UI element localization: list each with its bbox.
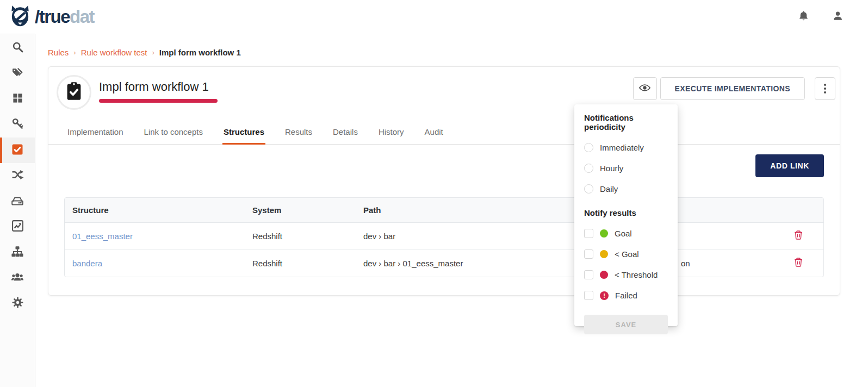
user-menu-button[interactable] [832, 10, 844, 24]
tab-history[interactable]: History [377, 123, 405, 145]
notify-results-title: Notify results [584, 208, 668, 217]
option-label: Hourly [600, 164, 623, 173]
structure-link[interactable]: 01_eess_master [72, 232, 133, 241]
exclamation-circle-icon: ! [600, 291, 609, 300]
tab-bar: Implementation Link to concepts Structur… [48, 123, 840, 145]
sidebar-item-search[interactable] [0, 35, 35, 61]
page-title: Impl form workflow 1 [99, 80, 218, 94]
checkbox-failed[interactable] [584, 291, 593, 300]
tags-icon [11, 66, 24, 81]
column-header-structure: Structure [65, 198, 245, 222]
delete-link-button[interactable] [792, 229, 804, 243]
notify-option-goal[interactable]: Goal [584, 229, 668, 238]
sidebar-item-taxonomy[interactable] [0, 240, 35, 265]
notifications-bell-button[interactable] [797, 10, 810, 24]
sidebar-item-lineage[interactable] [0, 163, 35, 189]
structure-link[interactable]: bandera [72, 259, 102, 268]
search-icon [11, 41, 24, 55]
save-button[interactable]: SAVE [584, 315, 668, 334]
delete-link-button[interactable] [792, 256, 804, 270]
wordmark: /truedat [35, 7, 94, 27]
structures-table: Structure System Path 01_eess_master Red… [64, 197, 824, 277]
breadcrumb-separator: › [152, 48, 154, 57]
tab-implementation[interactable]: Implementation [66, 123, 125, 145]
notifications-popup: Notifications periodicity Immediately Ho… [574, 104, 678, 326]
tab-structures[interactable]: Structures [222, 123, 265, 145]
tab-details[interactable]: Details [332, 123, 359, 145]
trash-icon [793, 234, 803, 242]
breadcrumb-link-rules[interactable]: Rules [48, 48, 69, 57]
radio-hourly[interactable] [584, 164, 593, 173]
radio-immediately[interactable] [584, 143, 593, 152]
tab-audit[interactable]: Audit [424, 123, 444, 145]
sidebar-item-users[interactable] [0, 265, 35, 291]
execute-implementations-button[interactable]: EXECUTE IMPLEMENTATIONS [660, 77, 805, 100]
sitemap-icon [11, 245, 24, 260]
card-header: Impl form workflow 1 EXECUTE IMPLEMENTAT… [48, 67, 840, 110]
option-label: Failed [615, 291, 637, 300]
option-label: Goal [615, 229, 632, 238]
sidebar-item-structures[interactable] [0, 189, 35, 214]
checkbox-below-goal[interactable] [584, 249, 593, 259]
option-label: Immediately [600, 143, 644, 152]
table-header-row: Structure System Path [65, 198, 824, 222]
key-icon [11, 117, 24, 132]
sidebar-item-glossary[interactable] [0, 61, 35, 86]
clipboard-check-icon [65, 82, 83, 103]
table-row: bandera Redshift dev › bar › 01_eess_mas… [65, 249, 824, 277]
sidebar [0, 34, 35, 387]
checkbox-below-threshold[interactable] [584, 270, 593, 279]
yellow-dot-icon [600, 250, 608, 258]
truedat-logo[interactable]: /truedat [8, 3, 94, 30]
title-block: Impl form workflow 1 [99, 75, 218, 103]
sidebar-item-dashboard[interactable] [0, 86, 35, 112]
system-cell: Redshift [245, 249, 356, 277]
notify-option-below-goal[interactable]: < Goal [584, 249, 668, 259]
bell-icon [797, 10, 810, 24]
tab-link-to-concepts[interactable]: Link to concepts [143, 123, 204, 145]
breadcrumb-link-rule-workflow-test[interactable]: Rule workflow test [81, 48, 147, 57]
notify-option-below-threshold[interactable]: < Threshold [584, 270, 668, 279]
user-icon [832, 10, 844, 24]
add-link-button[interactable]: ADD LINK [755, 154, 824, 177]
preview-button[interactable] [633, 77, 657, 100]
option-label: Daily [600, 184, 618, 194]
wordmark-primary: /true [35, 7, 70, 27]
notify-option-failed[interactable]: ! Failed [584, 291, 668, 300]
sidebar-item-quality-dashboard[interactable] [0, 214, 35, 240]
table-row: 01_eess_master Redshift dev › bar [65, 222, 824, 249]
grid-icon [12, 92, 23, 106]
checkbox-goal[interactable] [584, 229, 593, 238]
sidebar-item-settings[interactable] [0, 291, 35, 316]
green-dot-icon [600, 229, 608, 238]
sidebar-item-rules[interactable] [0, 138, 35, 163]
breadcrumb-separator: › [73, 48, 76, 57]
periodicity-option-daily[interactable]: Daily [584, 184, 668, 194]
periodicity-option-immediately[interactable]: Immediately [584, 143, 668, 152]
top-header: /truedat [0, 0, 868, 34]
add-link-row: ADD LINK [48, 145, 840, 177]
extra-cell-fragment: on [681, 259, 690, 268]
header-actions: EXECUTE IMPLEMENTATIONS [633, 77, 835, 100]
radio-daily[interactable] [584, 184, 593, 194]
users-icon [11, 271, 24, 286]
more-options-button[interactable] [815, 77, 835, 100]
shuffle-icon [11, 168, 24, 183]
breadcrumb-current: Impl form workflow 1 [159, 48, 241, 57]
periodicity-title: Notifications periodicity [584, 113, 668, 132]
implementation-card: Impl form workflow 1 EXECUTE IMPLEMENTAT… [48, 66, 840, 296]
periodicity-option-hourly[interactable]: Hourly [584, 164, 668, 173]
column-header-system: System [245, 198, 356, 222]
tab-results[interactable]: Results [284, 123, 313, 145]
top-bar-icons [797, 10, 853, 24]
breadcrumb: Rules › Rule workflow test › Impl form w… [48, 48, 868, 57]
sidebar-item-permissions[interactable] [0, 112, 35, 138]
status-underline [99, 99, 218, 103]
main-content: Rules › Rule workflow test › Impl form w… [35, 34, 868, 387]
chart-icon [11, 220, 24, 234]
trash-icon [793, 261, 803, 269]
column-header-actions [772, 198, 824, 222]
option-label: < Goal [615, 249, 639, 259]
system-cell: Redshift [245, 222, 356, 249]
red-dot-icon [600, 271, 608, 279]
